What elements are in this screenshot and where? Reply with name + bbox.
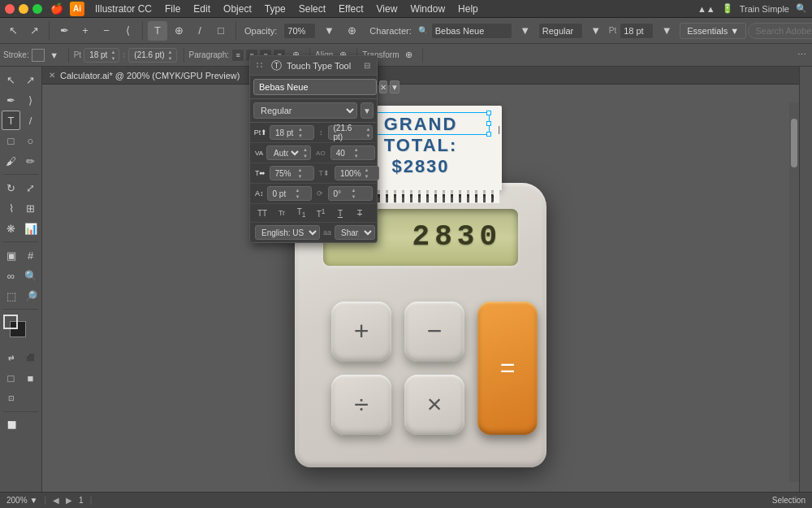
fp-sym-strikeout[interactable]: T (352, 209, 367, 218)
menu-help[interactable]: Help (452, 2, 484, 16)
pen-tool[interactable]: ✒ (54, 21, 74, 41)
fp-optical-stepper[interactable]: ▲ ▼ (354, 146, 359, 159)
fp-clear-btn[interactable]: ✕ (379, 80, 387, 93)
stroke-options[interactable]: ▼ (47, 48, 62, 63)
canvas[interactable]: GRAND TOTAL: $2830 | (42, 85, 799, 492)
fp-scalev-down[interactable]: ▼ (365, 173, 369, 180)
fp-lh-down[interactable]: ▼ (366, 132, 371, 139)
fp-style-select[interactable]: Regular (253, 102, 357, 119)
fp-tracking-stepper[interactable]: ▲ ▼ (303, 146, 308, 159)
fp-lang-select[interactable]: English: USA (255, 225, 320, 240)
fp-tracking-select[interactable]: Auto (270, 148, 301, 158)
anchor-tr[interactable] (486, 111, 491, 115)
touch-type-tool[interactable]: ⊕ (169, 21, 188, 41)
zoom-tool[interactable]: 🔎 (21, 286, 40, 306)
essentials-button[interactable]: Essentials ▼ (680, 23, 746, 39)
swap-colors-btn[interactable]: ⇄ (2, 348, 20, 367)
fp-font-search[interactable] (253, 79, 377, 95)
default-colors-btn[interactable]: ⬛ (21, 348, 40, 367)
minimize-button[interactable] (19, 4, 28, 14)
next-artboard-btn-arrow[interactable]: ▶ (66, 496, 72, 505)
fp-aa-select[interactable]: Sharp (335, 225, 375, 240)
multiply-button[interactable]: × (404, 375, 464, 435)
rect-tool-box[interactable]: □ (2, 131, 20, 150)
type-tool[interactable]: T (148, 21, 167, 41)
selection-tool[interactable]: ↖ (2, 70, 20, 89)
t2-fontsize-stepper[interactable]: ▲ ▼ (110, 49, 115, 62)
fp-sym-underline[interactable]: T (333, 209, 348, 218)
t2-lh-down[interactable]: ▼ (168, 55, 173, 62)
maximize-button[interactable] (32, 4, 42, 14)
curvature-tool[interactable]: ⟩ (21, 90, 40, 110)
fp-sym-tt[interactable]: TT (255, 209, 270, 218)
pen-tool[interactable]: ✒ (2, 90, 20, 110)
white-arrow-tool[interactable]: ↗ (24, 21, 44, 41)
minus-button[interactable]: − (404, 302, 464, 362)
anchor-mr[interactable] (486, 121, 491, 126)
measure-tool[interactable]: ⬚ (2, 286, 20, 306)
arrow-tool[interactable]: ↖ (3, 21, 23, 41)
symbol-tool[interactable]: ❋ (2, 219, 20, 238)
opacity-input[interactable] (283, 23, 316, 39)
menu-file[interactable]: File (159, 2, 186, 16)
tab-close-btn[interactable]: ✕ (49, 71, 55, 80)
align-left-icon[interactable]: ≡ (231, 49, 244, 62)
scroll-thumb[interactable] (791, 119, 797, 167)
fp-drag-handle[interactable] (257, 63, 263, 69)
fp-size-stepper[interactable]: ▲ ▼ (298, 126, 303, 139)
fp-rotate-stepper[interactable]: ▲ ▼ (352, 187, 356, 200)
fp-rotate-up[interactable]: ▲ (352, 187, 356, 193)
menu-illustrator[interactable]: Illustrator CC (89, 2, 158, 16)
font-style-input[interactable] (538, 23, 583, 39)
minus-anchor[interactable]: − (97, 21, 116, 41)
rect-tool[interactable]: □ (211, 21, 231, 41)
equals-button[interactable]: = (477, 302, 538, 435)
fp-scaleh-up[interactable]: ▲ (298, 167, 303, 173)
fp-size-up[interactable]: ▲ (298, 126, 303, 132)
font-size-dropdown[interactable]: ▼ (657, 21, 676, 41)
artboard-tool[interactable]: ⬜ (2, 415, 21, 435)
divide-button[interactable]: ÷ (331, 375, 391, 435)
fp-optical-up[interactable]: ▲ (354, 146, 359, 153)
fp-style-expand[interactable]: ▼ (361, 102, 374, 119)
font-style-dropdown[interactable]: ▼ (586, 21, 606, 41)
scale-tool[interactable]: ⤢ (21, 178, 40, 198)
fp-sym-t-sup[interactable]: T1 (313, 207, 328, 219)
fp-scaleh-down[interactable]: ▼ (298, 173, 303, 180)
free-transform-tool[interactable]: ⊞ (21, 198, 40, 218)
menu-edit[interactable]: Edit (188, 2, 216, 16)
fp-tracking-up[interactable]: ▲ (303, 146, 308, 153)
t2-fontsize-down[interactable]: ▼ (110, 55, 115, 62)
font-name-input[interactable] (431, 23, 512, 39)
opacity-options[interactable]: ▼ (319, 21, 339, 41)
fp-size-down[interactable]: ▼ (298, 132, 303, 139)
prev-artboard-btn[interactable]: ◀ (53, 496, 59, 505)
fp-lh-stepper[interactable]: ▲ ▼ (366, 126, 371, 139)
gradient-tool[interactable]: ▣ (2, 245, 20, 265)
warp-tool[interactable]: ⌇ (2, 198, 20, 218)
transform-options-btn[interactable]: ⊕ (401, 48, 416, 63)
menu-object[interactable]: Object (218, 2, 257, 16)
fp-scaleh-stepper[interactable]: ▲ ▼ (298, 167, 303, 180)
close-button[interactable] (5, 4, 15, 14)
font-size-input[interactable] (620, 23, 654, 39)
t2-lh-up[interactable]: ▲ (168, 49, 173, 55)
t2-more-options[interactable]: ⋯ (794, 48, 809, 63)
fp-lh-up[interactable]: ▲ (366, 126, 371, 132)
anchor-convert[interactable]: ⟨ (118, 21, 137, 41)
fp-scalev-up[interactable]: ▲ (365, 167, 369, 173)
font-name-dropdown[interactable]: ▼ (516, 21, 535, 41)
fp-sym-t-sub[interactable]: T1 (294, 207, 309, 219)
stroke-color-swatch[interactable] (32, 49, 45, 62)
fp-dropdown-btn[interactable]: ▼ (390, 80, 400, 93)
fp-baseline-stepper[interactable]: ▲ ▼ (296, 187, 300, 200)
fp-optical-down[interactable]: ▼ (354, 153, 359, 159)
t2-fontsize-up[interactable]: ▲ (110, 49, 115, 55)
search-icon[interactable]: 🔍 (796, 3, 807, 14)
menu-type[interactable]: Type (259, 2, 292, 16)
fp-tracking-down[interactable]: ▼ (303, 153, 308, 159)
fp-baseline-down[interactable]: ▼ (296, 193, 300, 200)
normal-mode-btn[interactable]: □ (2, 368, 20, 388)
menu-select[interactable]: Select (293, 2, 331, 16)
fill-mode-btn[interactable]: ■ (21, 368, 40, 388)
